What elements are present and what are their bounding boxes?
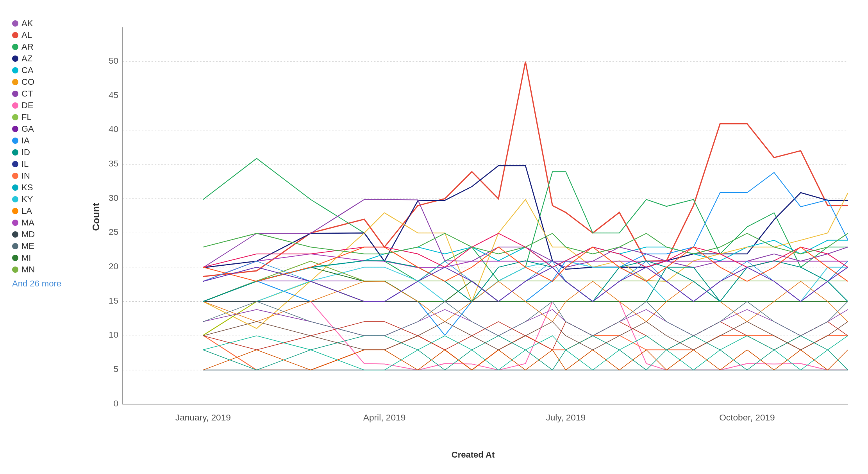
legend-dot-fl <box>12 114 18 120</box>
legend-label-ak: AK <box>21 18 33 29</box>
svg-text:40: 40 <box>109 124 118 134</box>
legend-dot-ca <box>12 67 18 73</box>
legend-dot-ky <box>12 196 18 202</box>
chart-area: 0 5 10 15 20 25 30 35 40 45 50 Count <box>90 14 856 460</box>
legend-item-ia: IA <box>12 136 90 146</box>
legend-dot-de <box>12 102 18 109</box>
svg-text:30: 30 <box>109 192 118 202</box>
legend-label-ca: CA <box>21 65 34 75</box>
legend-item-co: CO <box>12 77 90 87</box>
legend-item-ga: GA <box>12 124 90 134</box>
svg-text:5: 5 <box>114 364 119 374</box>
y-axis-label: Count <box>91 203 101 231</box>
chart-background <box>123 27 848 406</box>
x-axis-labels: January, 2019 April, 2019 July, 2019 Oct… <box>175 412 775 422</box>
legend-label-ct: CT <box>21 89 33 99</box>
legend-item-ar: AR <box>12 42 90 52</box>
x-axis-label: Created At <box>90 450 856 460</box>
legend-dot-md <box>12 231 18 238</box>
legend-item-ks: KS <box>12 182 90 193</box>
legend-label-in: IN <box>21 171 30 181</box>
legend-dot-ia <box>12 138 18 144</box>
svg-text:50: 50 <box>109 55 118 65</box>
svg-text:25: 25 <box>109 227 118 237</box>
legend-dot-ak <box>12 20 18 27</box>
legend-label-az: AZ <box>21 54 32 64</box>
legend-label-ar: AR <box>21 42 34 52</box>
legend-dot-ct <box>12 91 18 97</box>
legend-dot-mn <box>12 267 18 273</box>
legend-item-il: IL <box>12 159 90 169</box>
legend-item-ca: CA <box>12 65 90 75</box>
legend-label-il: IL <box>21 159 29 169</box>
legend-item-ma: MA <box>12 218 90 228</box>
svg-text:January, 2019: January, 2019 <box>175 412 231 422</box>
legend-item-de: DE <box>12 100 90 111</box>
legend-label-ia: IA <box>21 136 30 146</box>
legend-dot-az <box>12 55 18 62</box>
legend-dot-me <box>12 243 18 249</box>
legend: AKALARAZCACOCTDEFLGAIAIDILINKSKYLAMAMDME… <box>12 14 90 460</box>
svg-text:July, 2019: July, 2019 <box>546 412 586 422</box>
legend-dot-mi <box>12 255 18 261</box>
legend-label-fl: FL <box>21 112 32 122</box>
svg-text:October, 2019: October, 2019 <box>719 412 775 422</box>
svg-text:35: 35 <box>109 158 118 168</box>
legend-dot-la <box>12 208 18 214</box>
legend-dot-ma <box>12 220 18 226</box>
legend-label-id: ID <box>21 147 30 157</box>
legend-label-ks: KS <box>21 182 33 193</box>
legend-dot-in <box>12 173 18 179</box>
svg-text:15: 15 <box>109 295 118 305</box>
legend-dot-ks <box>12 184 18 191</box>
legend-label-co: CO <box>21 77 34 87</box>
legend-item-fl: FL <box>12 112 90 122</box>
legend-item-ct: CT <box>12 89 90 99</box>
y-axis-ticks: 0 5 10 15 20 25 30 35 40 45 50 <box>109 55 118 408</box>
legend-label-la: LA <box>21 206 32 216</box>
legend-label-me: ME <box>21 241 34 251</box>
svg-text:April, 2019: April, 2019 <box>363 412 405 422</box>
chart-container: AKALARAZCACOCTDEFLGAIAIDILINKSKYLAMAMDME… <box>4 7 864 468</box>
legend-dot-co <box>12 79 18 85</box>
svg-text:20: 20 <box>109 261 118 271</box>
legend-dot-id <box>12 149 18 156</box>
legend-label-ma: MA <box>21 218 34 228</box>
legend-label-mi: MI <box>21 253 31 263</box>
legend-item-ky: KY <box>12 194 90 204</box>
legend-dot-il <box>12 161 18 167</box>
legend-item-mi: MI <box>12 253 90 263</box>
legend-label-al: AL <box>21 30 32 40</box>
svg-text:10: 10 <box>109 329 118 340</box>
legend-item-ak: AK <box>12 18 90 29</box>
legend-item-md: MD <box>12 229 90 240</box>
legend-dot-ar <box>12 44 18 50</box>
legend-item-az: AZ <box>12 54 90 64</box>
svg-text:0: 0 <box>114 398 119 408</box>
legend-item-la: LA <box>12 206 90 216</box>
legend-label-ky: KY <box>21 194 33 204</box>
main-chart-svg: 0 5 10 15 20 25 30 35 40 45 50 Count <box>90 14 856 447</box>
legend-label-ga: GA <box>21 124 34 134</box>
legend-label-mn: MN <box>21 265 35 275</box>
legend-item-mn: MN <box>12 265 90 275</box>
legend-label-md: MD <box>21 229 35 240</box>
legend-more[interactable]: And 26 more <box>12 279 90 289</box>
legend-label-de: DE <box>21 100 34 111</box>
legend-item-al: AL <box>12 30 90 40</box>
legend-dot-ga <box>12 126 18 132</box>
svg-text:45: 45 <box>109 89 118 100</box>
legend-item-in: IN <box>12 171 90 181</box>
legend-item-id: ID <box>12 147 90 157</box>
legend-item-me: ME <box>12 241 90 251</box>
chart-svg-container: 0 5 10 15 20 25 30 35 40 45 50 Count <box>90 14 856 447</box>
legend-dot-al <box>12 32 18 38</box>
